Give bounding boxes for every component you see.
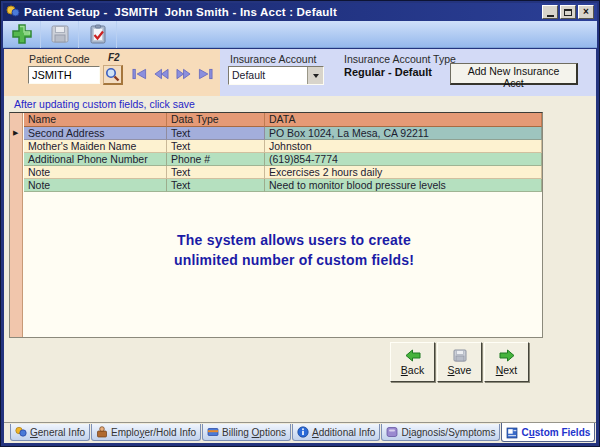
cell-data-type: Text: [167, 127, 265, 140]
cell-name: Additional Phone Number: [24, 153, 167, 166]
annotation-line-1: The system allows users to create: [46, 231, 542, 251]
insurance-account-label: Insurance Account: [230, 53, 316, 65]
cell-name: Mother's Maiden Name: [24, 140, 167, 153]
patient-code-label: Patient Code: [29, 53, 90, 65]
arrow-left-icon: [405, 349, 421, 362]
tab-additional-info[interactable]: Additional Info: [292, 424, 380, 441]
annotation-text: The system allows users to create unlimi…: [10, 231, 542, 270]
tab-custom-fields[interactable]: Custom Fields: [501, 423, 595, 442]
custom-fields-grid: ▶ Name Data Type DATA Second Address Tex…: [9, 112, 543, 338]
col-header-data[interactable]: DATA: [265, 113, 542, 127]
cell-data-type: Phone #: [167, 153, 265, 166]
tab-general-info[interactable]: General Info: [10, 424, 90, 441]
save-button-toolbar[interactable]: [41, 21, 79, 48]
insurance-account-value: Default: [229, 67, 307, 84]
cell-name: Note: [24, 166, 167, 179]
arrow-right-icon: [499, 349, 515, 362]
grid-table: Name Data Type DATA Second Address Text …: [24, 113, 542, 192]
row-header-strip: ▶: [10, 113, 23, 337]
save-icon: [49, 23, 71, 45]
grid-header-row: Name Data Type DATA: [24, 113, 542, 127]
verify-button[interactable]: [79, 21, 117, 48]
app-icon: [6, 4, 20, 20]
save-button[interactable]: Save: [437, 342, 482, 382]
cell-data: Johnston: [265, 140, 542, 153]
insurance-type-label: Insurance Account Type: [344, 53, 456, 65]
table-row[interactable]: Second Address Text PO Box 1024, La Mesa…: [24, 127, 542, 140]
col-header-name[interactable]: Name: [24, 113, 167, 127]
add-insurance-acct-button[interactable]: Add New Insurance Acct: [450, 63, 578, 85]
cell-name: Second Address: [24, 127, 167, 140]
maximize-button[interactable]: [560, 5, 576, 19]
table-row[interactable]: Mother's Maiden Name Text Johnston: [24, 140, 542, 153]
first-record-icon[interactable]: [132, 68, 147, 80]
previous-record-icon[interactable]: [154, 68, 169, 80]
patient-search-button[interactable]: [103, 65, 123, 85]
cell-data-type: Text: [167, 179, 265, 192]
insurance-account-select[interactable]: Default: [228, 66, 324, 85]
cell-data: (619)854-7774: [265, 153, 542, 166]
cell-data-type: Text: [167, 166, 265, 179]
next-record-icon[interactable]: [176, 68, 191, 80]
add-patient-button[interactable]: [3, 21, 41, 48]
dropdown-button[interactable]: [307, 67, 323, 84]
insurance-panel: Insurance Account Default Insurance Acco…: [220, 49, 596, 96]
tab-diagnosis-symptoms[interactable]: Diagnosis/Symptoms: [381, 424, 500, 441]
custom-fields-icon: [506, 427, 518, 439]
next-button[interactable]: Next: [484, 342, 529, 382]
insurance-type-value: Regular - Default: [344, 66, 432, 78]
diagnosis-icon: [386, 426, 398, 438]
employer-icon: [96, 426, 108, 438]
current-row-pointer-icon: ▶: [13, 129, 18, 137]
billing-icon: [207, 426, 219, 438]
tab-billing-options[interactable]: Billing Options: [202, 424, 291, 441]
annotation-line-2: unlimited number of custom fields!: [46, 251, 542, 271]
cell-name: Note: [24, 179, 167, 192]
patient-code-panel: Patient Code F2: [4, 49, 220, 96]
hint-text: After updating custom fields, click save: [14, 98, 195, 110]
main-area: After updating custom fields, click save…: [4, 96, 596, 443]
cell-data: PO Box 1024, La Mesa, CA 92211: [265, 127, 542, 140]
save-icon: [453, 349, 467, 362]
record-navigator: [132, 68, 213, 80]
bottom-tab-bar: General Info Employer/Hold Info Billing …: [4, 422, 596, 444]
close-button[interactable]: ×: [578, 5, 594, 19]
chevron-down-icon: [313, 74, 319, 78]
cell-data-type: Text: [167, 140, 265, 153]
info-icon: [297, 426, 309, 438]
table-row[interactable]: Note Text Need to monitor blood pressure…: [24, 179, 542, 192]
patient-setup-window: Patient Setup - JSMITH John Smith - Ins …: [0, 0, 600, 447]
table-row[interactable]: Additional Phone Number Phone # (619)854…: [24, 153, 542, 166]
cell-data: Excercises 2 hours daily: [265, 166, 542, 179]
window-title: Patient Setup - JSMITH John Smith - Ins …: [24, 6, 538, 18]
back-button[interactable]: Back: [390, 342, 435, 382]
title-bar: Patient Setup - JSMITH John Smith - Ins …: [3, 3, 597, 21]
f2-shortcut-label: F2: [108, 52, 120, 63]
tab-employer-hold-info[interactable]: Employer/Hold Info: [91, 424, 201, 441]
verify-icon: [87, 23, 109, 45]
table-row[interactable]: Note Text Excercises 2 hours daily: [24, 166, 542, 179]
wizard-buttons: Back Save Next: [390, 342, 529, 382]
cell-data: Need to monitor blood pressure levels: [265, 179, 542, 192]
add-icon: [10, 22, 34, 46]
header-panels: Patient Code F2: [4, 49, 596, 96]
last-record-icon[interactable]: [198, 68, 213, 80]
people-icon: [15, 426, 27, 438]
col-header-data-type[interactable]: Data Type: [167, 113, 265, 127]
search-icon: [105, 67, 120, 82]
patient-code-input[interactable]: [28, 66, 100, 84]
minimize-button[interactable]: [542, 5, 558, 19]
toolbar: [3, 21, 597, 48]
